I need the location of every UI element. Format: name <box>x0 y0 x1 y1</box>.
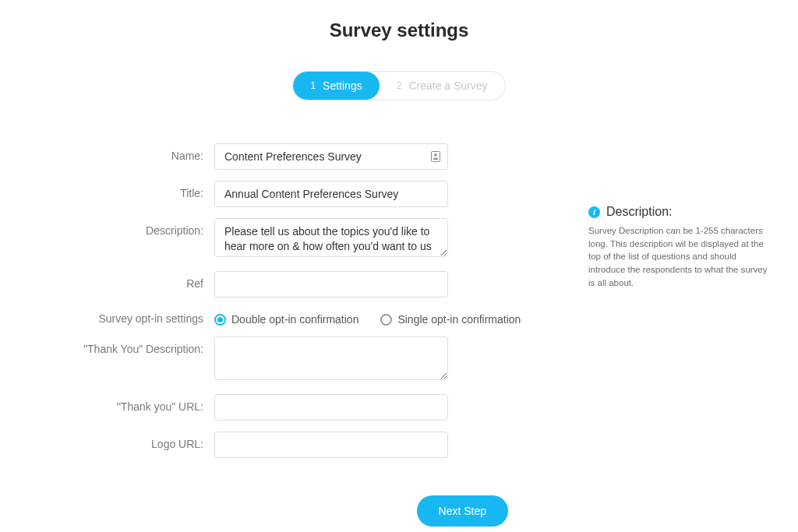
help-title: Description: <box>606 205 672 219</box>
logo-url-input[interactable] <box>214 432 448 458</box>
double-optin-radio[interactable]: Double opt-in confirmation <box>214 313 358 326</box>
help-panel: i Description: Survey Description can be… <box>588 205 768 289</box>
name-input[interactable] <box>214 143 448 170</box>
ref-label: Ref <box>78 271 214 290</box>
single-optin-radio[interactable]: Single opt-in confirmation <box>380 313 521 326</box>
radio-label: Double opt-in confirmation <box>231 313 358 326</box>
thankyou-desc-label: "Thank You" Description: <box>78 336 214 355</box>
thankyou-url-input[interactable] <box>214 394 448 421</box>
page-title: Survey settings <box>31 19 767 41</box>
thankyou-desc-textarea[interactable] <box>214 336 448 380</box>
step-number: 2 <box>397 80 402 91</box>
radio-checked-icon <box>214 314 226 326</box>
step-number: 1 <box>310 80 316 91</box>
ref-input[interactable] <box>214 271 448 298</box>
logo-url-label: Logo URL: <box>78 432 214 450</box>
description-textarea[interactable]: Please tell us about the topics you'd li… <box>214 218 448 257</box>
name-label: Name: <box>78 143 214 162</box>
survey-form: Name: Title: Description: Please tell us… <box>78 143 767 458</box>
step-label: Create a Survey <box>408 79 487 92</box>
step-settings[interactable]: 1 Settings <box>293 72 379 100</box>
help-text: Survey Description can be 1-255 characte… <box>588 224 768 289</box>
stepper: 1 Settings 2 Create a Survey <box>31 71 767 100</box>
optin-radio-group: Double opt-in confirmation Single opt-in… <box>214 308 521 326</box>
info-icon: i <box>588 206 600 218</box>
description-label: Description: <box>78 218 214 237</box>
step-label: Settings <box>323 79 362 92</box>
step-create-survey[interactable]: 2 Create a Survey <box>380 72 505 100</box>
optin-label: Survey opt-in settings <box>78 308 214 325</box>
next-step-button[interactable]: Next Step <box>417 495 508 527</box>
radio-unchecked-icon <box>380 314 392 326</box>
title-input[interactable] <box>214 181 448 207</box>
thankyou-url-label: "Thank you" URL: <box>78 394 214 413</box>
radio-label: Single opt-in confirmation <box>397 313 521 326</box>
title-label: Title: <box>78 181 214 199</box>
